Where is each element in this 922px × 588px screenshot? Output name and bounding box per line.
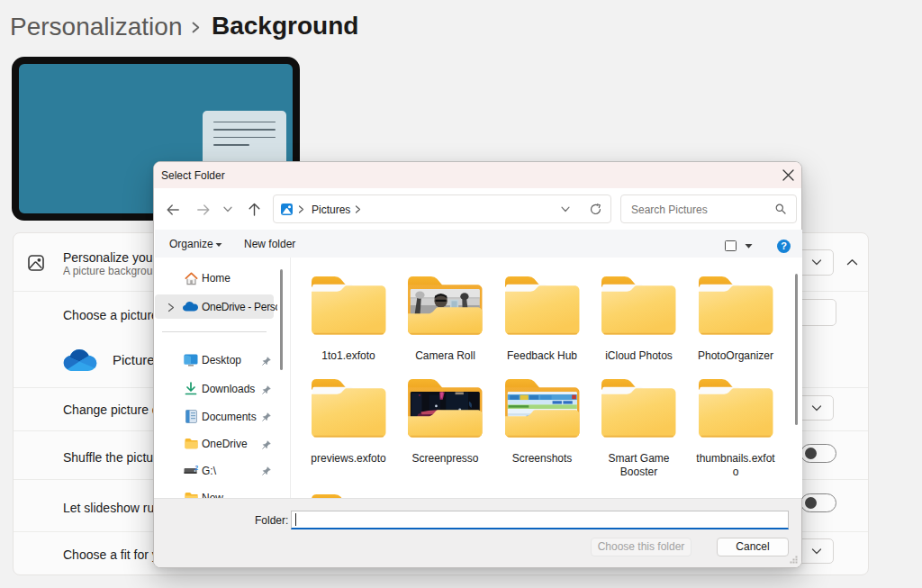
svg-text:2: 2 — [195, 466, 199, 471]
